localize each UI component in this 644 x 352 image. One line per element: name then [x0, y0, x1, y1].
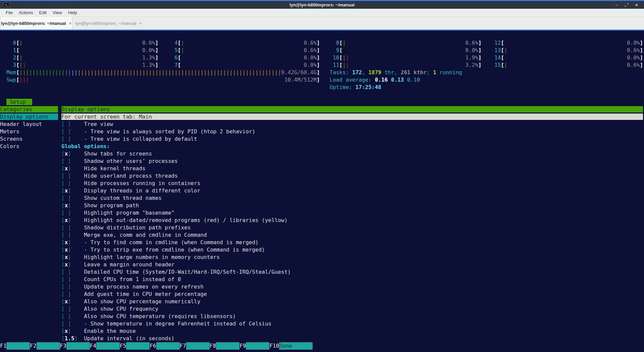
fkey-F4[interactable]: F4: [90, 342, 96, 350]
terminal-row: [ ] Add guest time in CPU meter percenta…: [0, 291, 644, 298]
option-section-3: Global options:: [61, 143, 110, 149]
terminal-row: [ ] Highlight program "basename": [0, 209, 644, 217]
menu-help[interactable]: Help: [65, 9, 80, 16]
option-checkbox-12[interactable]: [ ] Highlight program "basename": [61, 210, 174, 216]
option-checkbox-14[interactable]: [ ] Shadow distribution path prefixes: [61, 224, 191, 231]
sidebar-item-display-options[interactable]: Display options: [0, 114, 58, 120]
sidebar-item-screens[interactable]: Screens: [0, 136, 58, 142]
option-checkbox-17[interactable]: [x] - Try to strip exe from cmdline (whe…: [61, 247, 265, 253]
minimize-icon[interactable]: −: [614, 2, 619, 8]
terminal-row: [x] Highlight out-dated/removed programs…: [0, 217, 644, 224]
terminal-row: Colors Global options:: [0, 143, 644, 150]
fkey-label-F8[interactable]: [216, 342, 239, 350]
fkey-F8[interactable]: F8: [210, 342, 216, 350]
fkey-F2[interactable]: F2: [30, 342, 36, 350]
sidebar-item-colors[interactable]: Colors: [0, 143, 58, 149]
cpu-meter-11: 11[|| 3.2%]: [330, 62, 482, 68]
sidebar-item-header-layout[interactable]: Header layout: [0, 121, 58, 127]
option-checkbox-23[interactable]: [ ] Add guest time in CPU meter percenta…: [61, 291, 207, 297]
terminal-row: [x] Hide kernel threads: [0, 165, 644, 172]
terminal-grid: 0[| 0.6%] 4[| 0.6%] 8[| 0.6%] 12[ 0.0%] …: [0, 32, 644, 342]
terminal-row: Meters [ ] - Tree view is always sorted …: [0, 128, 644, 135]
terminal-row: Display options For current screen tab: …: [0, 113, 644, 121]
terminal-row: Header layout [ ] Tree view: [0, 121, 644, 128]
option-checkbox-24[interactable]: [x] Also show CPU percentage numerically: [61, 298, 200, 305]
cpu-meter-0: 0[| 0.6%]: [6, 40, 158, 46]
option-checkbox-25[interactable]: [ ] Also show CPU frequency: [61, 306, 158, 312]
fkey-F5[interactable]: F5: [120, 342, 126, 350]
option-checkbox-22[interactable]: [ ] Update process names on every refres…: [61, 283, 204, 290]
option-number-29[interactable]: [1.5] Update interval (in seconds): [61, 335, 174, 342]
terminal-row: [ ] Show custom thread names: [0, 194, 644, 202]
option-checkbox-13[interactable]: [x] Highlight out-dated/removed programs…: [61, 217, 287, 223]
tab-label: lyn@lyn-b850mprors: ~/manual: [1, 21, 66, 26]
terminal-app-icon: >_: [3, 2, 9, 7]
fkey-label-F3[interactable]: [66, 342, 90, 350]
terminal-row: 0[| 0.6%] 4[| 0.6%] 8[| 0.6%] 12[ 0.0%]: [0, 39, 644, 47]
window-title: lyn@lyn-b850mprors: ~/manual: [0, 2, 644, 7]
option-checkbox-26[interactable]: [ ] Also show CPU temperature (requires …: [61, 313, 236, 319]
menu-view[interactable]: View: [50, 9, 65, 16]
menu-edit[interactable]: Edit: [36, 9, 50, 16]
menu-actions[interactable]: Actions: [16, 9, 36, 16]
option-checkbox-28[interactable]: [x] Enable the mouse: [61, 328, 136, 334]
fkey-label-F6[interactable]: [156, 342, 180, 350]
cpu-meter-9: 9[ 0.0%]: [330, 47, 482, 53]
option-checkbox-0[interactable]: [ ] Tree view: [61, 121, 113, 127]
option-checkbox-19[interactable]: [x] Leave a margin around header: [61, 261, 174, 268]
fkey-F3[interactable]: F3: [60, 342, 66, 350]
panel-selected-row[interactable]: For current screen tab: Main: [61, 114, 643, 120]
fkey-F10[interactable]: F10: [269, 342, 279, 350]
fkey-label-F10[interactable]: Done: [279, 342, 313, 350]
option-checkbox-4[interactable]: [x] Show tabs for screens: [61, 150, 152, 157]
option-checkbox-11[interactable]: [x] Show program path: [61, 202, 139, 209]
option-checkbox-9[interactable]: [x] Display threads in a different color: [61, 187, 200, 194]
tab-terminal-2[interactable]: lyn@lyn-b850mprors: ~/manual×: [72, 17, 145, 30]
option-checkbox-7[interactable]: [ ] Hide userland process threads: [61, 173, 178, 179]
cpu-meter-8: 8[| 0.6%]: [330, 40, 482, 46]
option-checkbox-16[interactable]: [x] - Try to find comm in cmdline (when …: [61, 239, 259, 246]
load-average: Load average: 0.16 0.13 0.10: [330, 77, 420, 83]
tab-close-icon[interactable]: ×: [69, 21, 72, 26]
terminal-row: [x] - Try to find comm in cmdline (when …: [0, 239, 644, 246]
fkey-label-F9[interactable]: [246, 342, 269, 350]
fkey-label-F4[interactable]: [96, 342, 120, 350]
fkey-label-F7[interactable]: [186, 342, 210, 350]
sidebar-header: Categories: [0, 106, 58, 113]
cpu-meter-7: 7[ 0.0%]: [168, 62, 320, 68]
terminal-row: [ ] Shadow distribution path prefixes: [0, 224, 644, 231]
fkey-label-F1[interactable]: [6, 342, 30, 350]
fkey-F7[interactable]: F7: [180, 342, 186, 350]
option-checkbox-1[interactable]: [ ] - Tree view is always sorted by PID …: [61, 128, 255, 135]
terminal-row: [ ] - Show temperature in degree Fahrenh…: [0, 320, 644, 327]
menu-file[interactable]: File: [3, 9, 16, 16]
fkey-label-F2[interactable]: [37, 342, 60, 350]
fkey-F6[interactable]: F6: [150, 342, 156, 350]
setup-tab[interactable]: Setup: [6, 99, 32, 105]
terminal-row: [x] Also show CPU percentage numerically: [0, 298, 644, 305]
option-checkbox-6[interactable]: [x] Hide kernel threads: [61, 165, 145, 172]
option-checkbox-2[interactable]: [ ] - Tree view is collapsed by default: [61, 136, 197, 142]
option-checkbox-18[interactable]: [x] Highlight large numbers in memory co…: [61, 254, 220, 260]
uptime: Uptime: 17:25:48: [330, 84, 381, 90]
terminal-row: Mem[||||||||||||||||||||||||||||||||||||…: [0, 69, 644, 76]
close-icon[interactable]: ×: [634, 2, 639, 8]
fkey-F9[interactable]: F9: [239, 342, 246, 350]
tab-terminal-1[interactable]: lyn@lyn-b850mprors: ~/manual×: [0, 17, 72, 30]
tab-close-icon[interactable]: ×: [139, 21, 142, 26]
cpu-meter-5: 5[| 0.6%]: [168, 47, 320, 53]
option-checkbox-8[interactable]: [ ] Hide processes running in containers: [61, 180, 200, 186]
option-checkbox-21[interactable]: [ ] Count CPUs from 1 instead of 0: [61, 276, 181, 282]
fkey-F1[interactable]: F1: [0, 342, 6, 350]
maximize-icon[interactable]: [624, 2, 629, 8]
terminal-row: [ ] Count CPUs from 1 instead of 0: [0, 276, 644, 283]
sidebar-item-meters[interactable]: Meters: [0, 128, 58, 135]
terminal-row: [x] Display threads in a different color: [0, 187, 644, 194]
option-checkbox-20[interactable]: [ ] Detailed CPU time (System/IO-Wait/Ha…: [61, 269, 291, 275]
option-checkbox-15[interactable]: [ ] Merge exe, comm and cmdline in Comma…: [61, 232, 207, 238]
terminal-row: [0, 32, 644, 39]
option-checkbox-27[interactable]: [ ] - Show temperature in degree Fahrenh…: [61, 320, 271, 327]
option-checkbox-5[interactable]: [ ] Shadow other users' processes: [61, 158, 178, 164]
option-checkbox-10[interactable]: [ ] Show custom thread names: [61, 195, 162, 201]
fkey-label-F5[interactable]: [126, 342, 150, 350]
